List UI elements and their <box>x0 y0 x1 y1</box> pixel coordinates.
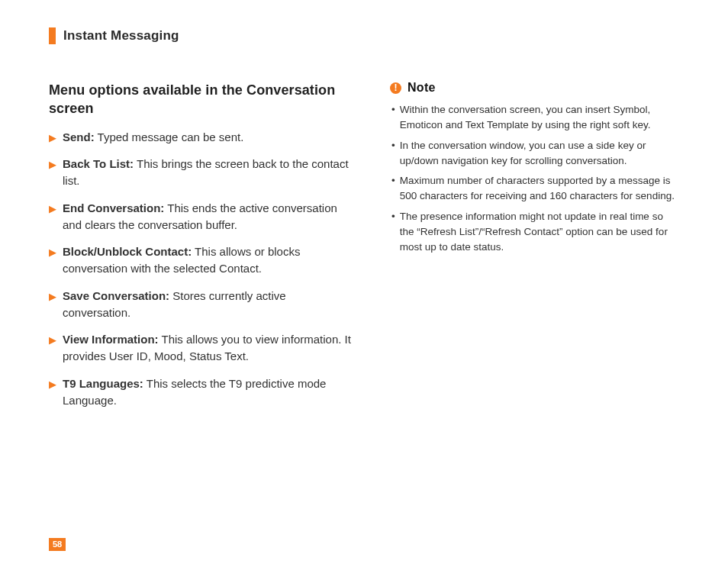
menu-option: ▶ Block/Unblock Contact: This allows or … <box>49 243 353 277</box>
menu-option: ▶ Send: Typed message can be sent. <box>49 129 353 146</box>
note-text: Maximum number of characters supported b… <box>400 173 679 205</box>
menu-option: ▶ Back To List: This brings the screen b… <box>49 156 353 189</box>
content-columns: Menu options available in the Conversati… <box>49 81 679 419</box>
arrow-right-icon: ▶ <box>49 246 56 260</box>
note-item: • Maximum number of characters supported… <box>390 173 679 205</box>
section-header: Instant Messaging <box>49 27 679 44</box>
menu-option-text: View Information: This allows you to vie… <box>63 331 353 365</box>
menu-option: ▶ View Information: This allows you to v… <box>49 331 353 365</box>
arrow-right-icon: ▶ <box>49 290 56 304</box>
left-column: Menu options available in the Conversati… <box>49 81 353 419</box>
arrow-right-icon: ▶ <box>49 378 56 392</box>
note-text: Within the conversation screen, you can … <box>400 102 679 134</box>
bullet-icon: • <box>391 209 395 224</box>
arrow-right-icon: ▶ <box>49 202 56 217</box>
menu-option-text: End Conversation: This ends the active c… <box>63 200 353 234</box>
arrow-right-icon: ▶ <box>49 131 56 146</box>
bullet-icon: • <box>391 138 395 153</box>
page-number: 58 <box>49 538 66 551</box>
note-title: Note <box>407 81 436 95</box>
menu-option: ▶ T9 Languages: This selects the T9 pred… <box>49 375 353 409</box>
menu-option-text: T9 Languages: This selects the T9 predic… <box>63 375 353 409</box>
menu-option-text: Back To List: This brings the screen bac… <box>63 156 353 189</box>
note-text: The presence information might not updat… <box>400 209 679 256</box>
note-item: • The presence information might not upd… <box>390 209 679 256</box>
menu-option-text: Block/Unblock Contact: This allows or bl… <box>63 243 353 277</box>
arrow-right-icon: ▶ <box>49 333 56 348</box>
bullet-icon: • <box>391 102 395 118</box>
note-item: • Within the conversation screen, you ca… <box>390 102 679 134</box>
menu-options-list: ▶ Send: Typed message can be sent. ▶ Bac… <box>49 129 353 409</box>
bullet-icon: • <box>391 173 395 188</box>
note-heading: ! Note <box>390 81 679 95</box>
menu-option-text: Save Conversation: Stores currently acti… <box>63 288 353 321</box>
arrow-right-icon: ▶ <box>49 158 56 172</box>
manual-page: Instant Messaging Menu options available… <box>0 0 728 583</box>
note-item: • In the conversation window, you can us… <box>390 138 679 169</box>
header-accent-bar <box>49 27 56 44</box>
menu-option-text: Send: Typed message can be sent. <box>63 129 243 146</box>
note-list: • Within the conversation screen, you ca… <box>390 102 679 255</box>
menu-option: ▶ Save Conversation: Stores currently ac… <box>49 288 353 321</box>
menu-option: ▶ End Conversation: This ends the active… <box>49 200 353 234</box>
exclamation-icon: ! <box>390 82 401 94</box>
section-title: Instant Messaging <box>63 28 179 43</box>
left-subheading: Menu options available in the Conversati… <box>49 81 353 118</box>
right-column: ! Note • Within the conversation screen,… <box>390 81 679 419</box>
note-text: In the conversation window, you can use … <box>400 138 679 169</box>
